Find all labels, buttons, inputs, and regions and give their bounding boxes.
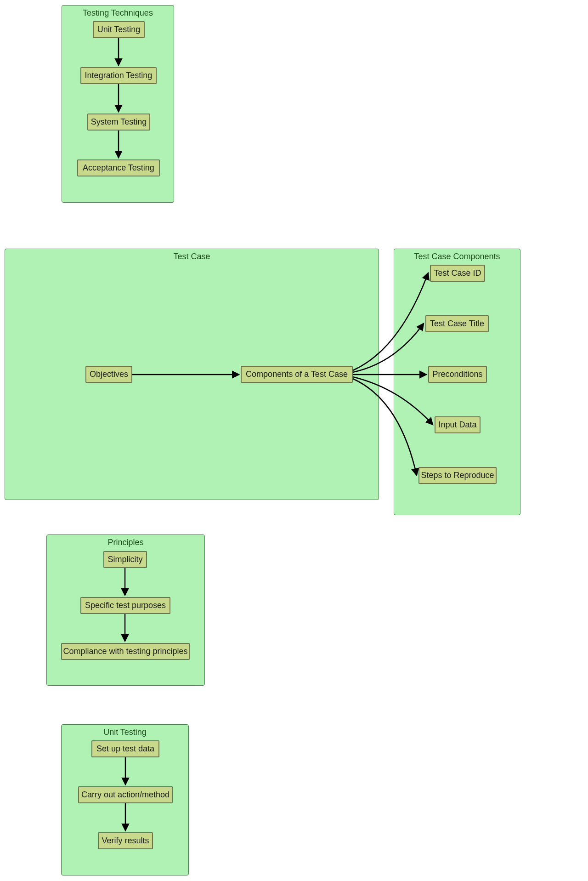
node-objectives: Objectives [85,366,132,383]
node-setup-test-data: Set up test data [91,740,159,757]
node-integration-testing: Integration Testing [80,67,157,84]
node-unit-testing: Unit Testing [93,21,145,38]
node-test-case-id: Test Case ID [430,265,485,282]
cluster-title-testing-techniques: Testing Techniques [62,8,174,18]
cluster-title-test-case: Test Case [5,252,379,261]
node-input-data: Input Data [435,416,481,433]
cluster-title-unit-testing: Unit Testing [62,728,188,737]
node-steps-to-reproduce: Steps to Reproduce [418,467,497,484]
node-verify-results: Verify results [98,832,153,849]
node-carry-out-action: Carry out action/method [78,786,173,803]
node-test-case-title: Test Case Title [425,315,489,332]
cluster-title-principles: Principles [47,538,204,547]
cluster-title-test-case-components: Test Case Components [394,252,520,261]
node-acceptance-testing: Acceptance Testing [77,159,160,176]
node-simplicity: Simplicity [103,551,147,568]
node-preconditions: Preconditions [428,366,487,383]
node-specific-purposes: Specific test purposes [80,597,170,614]
node-compliance: Compliance with testing principles [61,643,190,660]
node-components: Components of a Test Case [241,366,353,383]
node-system-testing: System Testing [87,114,150,131]
